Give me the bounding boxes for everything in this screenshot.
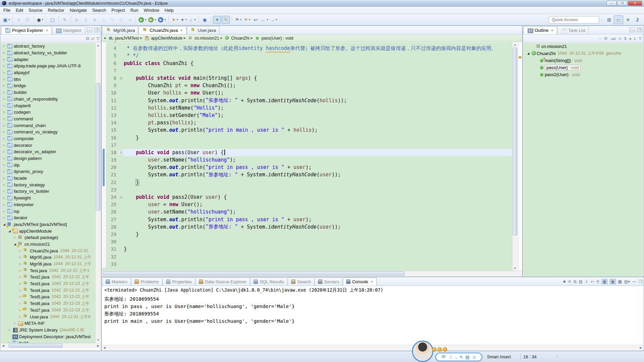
focus-button[interactable]: ◦◦ [599,37,602,41]
next-annotation-button[interactable]: ⚑▾ [234,16,242,24]
code-text[interactable]: } [124,134,512,141]
step-return-button[interactable]: ↺ [117,16,125,24]
console-tab-markers[interactable]: Markers [102,278,131,286]
code-text[interactable]: * */ [124,52,512,59]
expand-arrow-icon[interactable]: ▷ [18,276,22,279]
fold-marker-icon[interactable]: ⊖ [118,150,124,154]
code-text[interactable]: * 在参数传递的过程中，实际参数的地址（此处用identity hashcode… [124,45,512,52]
maximize-window-button[interactable]: ❐ [617,1,627,6]
ime-icon[interactable]: ☽ [448,355,452,360]
code-text[interactable]: user = new User(); [124,201,512,208]
word-wrap-button[interactable]: ↩ [591,279,594,284]
expand-arrow-icon[interactable]: ▷ [2,130,6,133]
code-text[interactable]: System.out.println("实参地址: " + System.ide… [124,97,512,104]
toggle-breadcrumb-button[interactable]: ✎ [222,16,230,24]
tree-item[interactable]: ▷codegen [1,109,95,116]
console-tab-sql-results[interactable]: SQL Results [250,278,287,286]
tree-item[interactable]: ▷isp [1,208,95,215]
code-text[interactable]: public class ChuanZhi { [124,60,512,67]
run-button[interactable]: ▶▾ [138,16,147,24]
ime-icon[interactable]: ☺ [472,355,476,360]
expand-arrow-icon[interactable]: ▷ [2,58,6,61]
outline-item[interactable]: pass2(User) : void [523,71,643,78]
tree-item[interactable]: ▷Test7.java1043 20-12-23 上午 [1,307,95,314]
code-line[interactable]: 23 [102,186,512,193]
code-text[interactable]: user.setName("hollischuang"); [124,208,512,216]
tree-item[interactable]: ▷design-pattern [1,155,95,162]
tree-item[interactable]: ◢javaJVMTest [javaJVMTest] [1,221,95,228]
display-console-button[interactable]: ▦ [618,279,622,284]
console-tab-problems[interactable]: Problems [131,278,162,286]
code-text[interactable]: } [124,245,512,253]
close-icon[interactable]: ✕ [45,28,48,32]
code-text[interactable] [124,253,512,260]
code-line[interactable]: 7 [102,67,512,74]
breadcrumb[interactable]: ▶javaJVMTest▶appClientModule▶cn.mission2… [102,35,522,42]
toggle-mark-occurrences-button[interactable]: ✦ [213,16,221,24]
view-menu-button[interactable]: ▽ [639,36,642,41]
new-wizard-2-button[interactable]: ✦▾ [171,16,179,24]
tree-item[interactable]: ▷ChuanZhi.java1044 20-12-31 [1,247,95,254]
code-line[interactable]: 27 System.out.println("print in pass , u… [102,216,512,223]
console-hscrollbar[interactable]: ◀▶ [102,345,643,350]
code-line[interactable]: 25 user = new User(); [102,201,512,208]
code-text[interactable]: public static void main(String[] args) { [124,74,512,82]
pause-button[interactable]: ∥ [82,16,90,24]
code-text[interactable]: user.setName("hollischuang"); [124,156,512,164]
step-into-button[interactable]: ↴ [99,16,107,24]
close-window-button[interactable]: ✕ [628,1,642,6]
fold-marker-icon[interactable]: ⊖ [118,76,124,80]
resume-button[interactable]: ▶ [73,16,81,24]
new-wizard-3-button[interactable]: ✦▾ [179,16,187,24]
java-perspective-button[interactable]: J [633,15,642,24]
expand-arrow-icon[interactable]: ▷ [2,203,6,206]
tree-item[interactable]: ▷decorator [1,142,95,148]
close-icon[interactable]: ✕ [371,280,373,284]
link-with-editor-button[interactable]: ⇄ [91,36,95,41]
tree-item[interactable]: ▷composite [1,135,95,142]
expand-arrow-icon[interactable]: ▷ [18,269,22,272]
menu-item-navigate[interactable]: Navigate [67,7,90,13]
ime-icon[interactable]: ·, [454,355,457,360]
maximize-button[interactable]: ❐ [639,279,642,284]
tree-item[interactable]: ▷JRE System Library[JavaSE-1.8] [1,327,95,334]
code-line[interactable]: 29 } [102,231,512,238]
tree-item[interactable]: ▷interpreter [1,201,95,208]
ime-icon[interactable]: ▤ [465,355,469,360]
tree-item[interactable]: ▷alipayjsf [1,69,95,76]
web-browser-button[interactable]: ◉ [201,16,209,24]
code-line[interactable]: 24⊖ public void pass2(User user) { [102,193,512,201]
tree-item[interactable]: ▷chain_of_responsibility [1,96,95,103]
code-line[interactable]: 16 } [102,134,512,141]
code-line[interactable]: 20 System.out.println("print in pass , u… [102,164,512,171]
tab-project-explorer[interactable]: Project Explorer ✕ [1,26,52,34]
tree-item[interactable]: ▷dynamic_proxy [1,168,95,175]
expand-arrow-icon[interactable]: ▷ [18,282,22,285]
maximize-icon[interactable]: ❐ [94,27,100,32]
code-text[interactable]: } [124,231,512,238]
tree-item[interactable]: ▷abstract_factory [1,43,95,50]
code-text[interactable]: } [124,179,512,186]
code-text[interactable]: public void pass2(User user) { [124,193,512,201]
code-line[interactable]: 4 * 在参数传递的过程中，实际参数的地址（此处用identity hashco… [102,45,512,52]
ime-toolbar[interactable]: 中☽·,✎▤☺ [435,353,482,361]
scroll-lock-button[interactable]: ⇩ [585,279,588,284]
terminate-button[interactable]: ■ [91,16,99,24]
code-text[interactable]: pt.pass(hollis); [124,119,512,126]
expand-arrow-icon[interactable]: ▷ [2,190,6,193]
maximize-icon[interactable]: ❐ [637,27,642,32]
clear-console-button[interactable]: ▤ [579,279,583,284]
tree-item[interactable]: ▷Mgr05.java1044 20-12-31 上午 [1,254,95,261]
code-line[interactable]: 11 System.out.println("实参地址: " + System.… [102,97,512,104]
tree-item[interactable]: ▷User.java1044 20-12-31 上午9 [1,313,95,320]
expand-arrow-icon[interactable]: ▷ [2,45,6,48]
debug-perspective-button[interactable]: ✳ [623,15,633,24]
open-console-button[interactable]: ▤▾ [624,279,630,284]
expand-arrow-icon[interactable]: ▷ [18,302,22,305]
code-text[interactable]: hollis.setName("Hollis"); [124,104,512,112]
tree-item[interactable]: Deployment Descriptor: javaJVMTest [1,333,95,340]
code-line[interactable]: 18⊖ public void pass(User user) { [102,149,512,156]
expand-arrow-icon[interactable]: ▷ [2,78,6,81]
expand-arrow-icon[interactable]: ▷ [2,177,6,180]
editor-tab-mgr06-java[interactable]: Mgr06.java [102,26,138,34]
